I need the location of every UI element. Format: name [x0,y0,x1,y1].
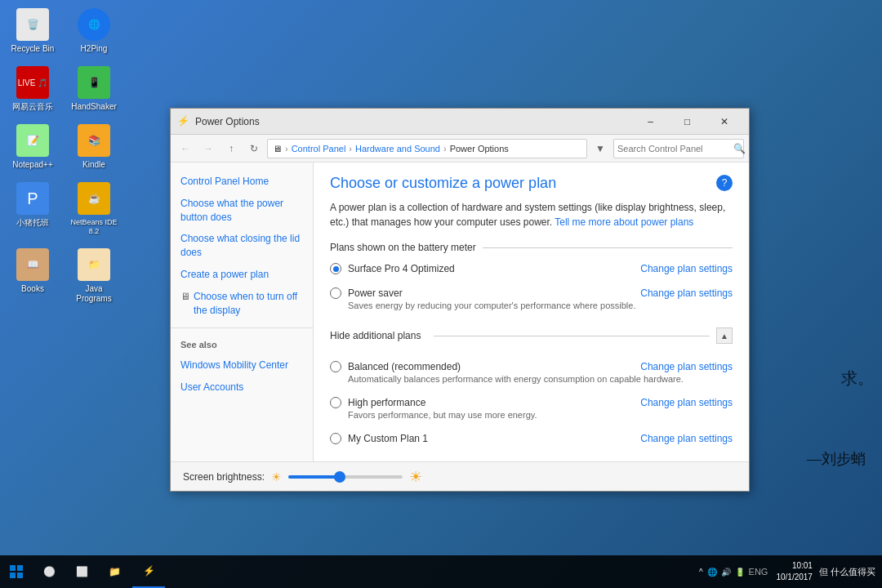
h2ping-desktop-icon[interactable]: 🌐 H2Ping [69,8,118,54]
start-button[interactable] [0,555,33,588]
plan-power-saver-change[interactable]: Change plan settings [640,287,733,299]
maximize-button[interactable]: □ [669,109,706,135]
collapse-button[interactable]: ▲ [716,327,733,344]
sidebar-item-create-plan[interactable]: Create a power plan [171,264,313,286]
books-icon[interactable]: 📖 Books [8,248,57,304]
title-bar-controls: – □ ✕ [632,109,742,135]
desktop-icon-row-4: P 小猪托班 ☕ NetBeans IDE 8.2 [8,182,118,236]
plan-power-saver-desc: Saves energy by reducing your computer's… [348,301,733,310]
desktop-icons-container: 🗑️ Recycle Bin 🌐 H2Ping LIVE 🎵 网易云音乐 📱 H… [8,8,118,304]
plan-high-performance-desc: Favors performance, but may use more ene… [348,410,733,420]
close-button[interactable]: ✕ [706,109,742,135]
taskbar-volume[interactable]: 🔊 [721,568,731,577]
brightness-label: Screen brightness: [183,471,265,483]
breadcrumb-hardware-sound[interactable]: Hardware and Sound [355,144,440,154]
window-title: Power Options [195,116,632,127]
sidebar-item-closing-lid[interactable]: Choose what closing the lid does [171,228,313,264]
content-area: Control Panel Home Choose what the power… [171,163,749,461]
plan-custom: My Custom Plan 1 Change plan settings [330,430,733,448]
sidebar-item-user-accounts[interactable]: User Accounts [171,376,313,399]
desktop-icon-row-5: 📖 Books 📁 Java Programs [8,248,118,304]
plan-balanced-label[interactable]: Balanced (recommended) [330,361,461,372]
desktop: 🗑️ Recycle Bin 🌐 H2Ping LIVE 🎵 网易云音乐 📱 H… [0,0,882,588]
desktop-icon-row-3: 📝 Notepad++ 📚 Kindle [8,124,118,170]
panel-description: A power plan is a collection of hardware… [330,200,733,229]
hide-section-label: Hide additional plans [330,330,427,341]
main-panel: ? Choose or customize a power plan A pow… [314,163,749,461]
brightness-slider[interactable] [288,475,403,479]
sidebar-divider [171,327,313,328]
taskbar-sys-tray: ^ 🌐 🔊 🔋 ENG [699,567,777,577]
brightness-bar: Screen brightness: ☀ ☀ [171,461,749,491]
refresh-button[interactable]: ↻ [244,139,264,158]
taskbar-explorer[interactable]: 📁 [98,555,131,588]
brightness-fill [288,475,340,479]
xiaozhu-icon[interactable]: P 小猪托班 [8,182,57,236]
see-also-label: See also [171,335,313,354]
learn-more-link[interactable]: Tell me more about power plans [555,216,693,228]
breadcrumb-icon: 🖥 [273,144,282,154]
plans-section-label: Plans shown on the battery meter [330,242,733,253]
search-input[interactable] [617,144,730,154]
taskbar-brand: 但 什么值得买 [813,566,882,578]
task-view-button[interactable]: ⬜ [69,559,94,584]
display-icon: 🖥 [180,290,190,304]
back-button[interactable]: ← [176,139,195,158]
power-options-window: ⚡ Power Options – □ ✕ ← → ↑ ↻ 🖥 › Contro… [170,108,750,492]
brightness-thumb[interactable] [334,471,345,483]
plan-power-saver: Power saver Change plan settings Saves e… [330,284,733,314]
up-button[interactable]: ↑ [221,139,241,158]
minimize-button[interactable]: – [632,109,669,135]
taskbar-time-display: 10:01 [776,560,813,572]
plan-surface-pro-4-change[interactable]: Change plan settings [640,263,733,274]
sidebar: Control Panel Home Choose what the power… [171,163,314,461]
plan-high-performance-label[interactable]: High performance [330,397,425,408]
sidebar-item-windows-mobility[interactable]: Windows Mobility Center [171,354,313,376]
window-icon: ⚡ [177,115,190,128]
sidebar-item-control-panel-home[interactable]: Control Panel Home [171,171,313,193]
notepadpp-icon[interactable]: 📝 Notepad++ [8,124,57,170]
plan-power-saver-radio[interactable] [330,287,341,299]
search-button[interactable]: ⚪ [37,559,61,584]
help-button[interactable]: ? [716,175,733,191]
java-programs-icon[interactable]: 📁 Java Programs [69,248,118,304]
desktop-icon-row-1: 🗑️ Recycle Bin 🌐 H2Ping [8,8,118,54]
kindle-icon[interactable]: 📚 Kindle [69,124,118,170]
recycle-bin-icon[interactable]: 🗑️ Recycle Bin [8,8,57,54]
plan-surface-pro-4-label[interactable]: Surface Pro 4 Optimized [330,263,455,274]
taskbar-date-display: 10/1/2017 [776,572,813,583]
plan-power-saver-label[interactable]: Power saver [330,287,403,299]
brightness-high-icon: ☀ [409,468,422,486]
sidebar-item-power-button[interactable]: Choose what the power button does [171,193,313,229]
taskbar-power-options[interactable]: ⚡ [132,555,165,588]
taskbar-battery[interactable]: 🔋 [735,568,745,577]
plan-surface-pro-4-radio[interactable] [330,263,341,274]
plan-balanced-change[interactable]: Change plan settings [640,361,733,372]
side-annotation-1: 求。 [841,368,874,390]
plan-custom-change[interactable]: Change plan settings [640,433,733,444]
breadcrumb: 🖥 › Control Panel › Hardware and Sound ›… [267,139,587,158]
netbeans-icon[interactable]: ☕ NetBeans IDE 8.2 [69,182,118,236]
sidebar-item-turn-off-display[interactable]: 🖥 Choose when to turn off the display [171,286,313,322]
handshaker-icon[interactable]: 📱 HandShaker [69,66,118,112]
forward-button[interactable]: → [198,139,218,158]
address-dropdown-button[interactable]: ▼ [590,139,610,158]
breadcrumb-control-panel[interactable]: Control Panel [292,144,346,154]
taskbar-chevron[interactable]: ^ [699,568,703,577]
taskbar-apps: 📁 ⚡ [98,555,699,588]
plan-high-performance: High performance Change plan settings Fa… [330,394,733,423]
plan-custom-radio[interactable] [330,433,341,444]
plan-balanced: Balanced (recommended) Change plan setti… [330,358,733,387]
plan-high-performance-radio[interactable] [330,397,341,408]
desktop-icon-row-2: LIVE 🎵 网易云音乐 📱 HandShaker [8,66,118,112]
taskbar-eng: ENG [749,567,768,577]
taskbar-clock[interactable]: 10:01 10/1/2017 [776,560,813,583]
breadcrumb-power-options: Power Options [450,144,509,154]
plan-high-performance-change[interactable]: Change plan settings [640,397,733,408]
plan-balanced-desc: Automatically balances performance with … [348,374,733,384]
plan-balanced-radio[interactable] [330,361,341,372]
search-icon[interactable]: 🔍 [733,143,746,154]
plan-custom-label[interactable]: My Custom Plan 1 [330,433,428,444]
live-icon[interactable]: LIVE 🎵 网易云音乐 [8,66,57,112]
taskbar-network[interactable]: 🌐 [707,568,717,577]
